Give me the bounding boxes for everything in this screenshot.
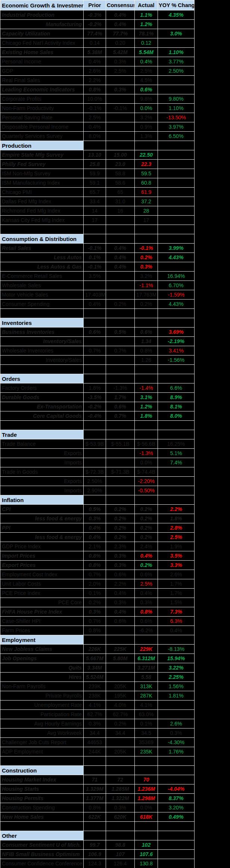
cell-consensus: 0.6%	[106, 570, 135, 579]
indicator-label: FHFA House Price Index	[0, 607, 84, 617]
indicator-label: PCE Price Index	[0, 589, 84, 598]
cell-prior: 124.3	[84, 859, 106, 868]
cell-yoy: 6.50%	[158, 132, 195, 141]
blank-cell	[135, 309, 158, 318]
indicator-row: Participation Rate62.7%62.7%63.0%	[0, 710, 195, 719]
indicator-row: Construction Spending0.8%0.3%0.0%3.20%	[0, 803, 195, 812]
cell-prior: 0.8%	[84, 85, 106, 94]
cell-yoy: 4.43%	[158, 253, 195, 262]
empty-row	[0, 365, 195, 374]
indicator-label: NFIB Small Business Optimism	[0, 850, 84, 859]
indicator-row: PPI0.4%0.2%0.2%2.8%	[0, 523, 195, 533]
section-row: Orders	[0, 374, 195, 383]
indicator-row: Exports2.50%-2.20%	[0, 477, 195, 486]
cell-yoy: 3.69%	[158, 328, 195, 337]
indicator-row: Avg Workweek34.434.434.50.3%	[0, 728, 195, 738]
cell-actual: 17	[135, 216, 158, 225]
indicator-label: Exports	[0, 477, 84, 486]
cell-prior: 2.5%	[84, 113, 106, 122]
cell-consensus: 195K	[106, 691, 135, 701]
indicator-label: Avg Workweek	[0, 728, 84, 738]
cell-actual: 60.8	[135, 178, 158, 188]
section-title: Trade	[0, 430, 84, 439]
indicator-row: ISM Non-Mfg Survey59.958.859.5	[0, 169, 195, 178]
cell-consensus: 0.6%	[106, 402, 135, 411]
cell-yoy: 8.9%	[158, 393, 195, 402]
indicator-row: New Home Sales622K620K618K0.49%	[0, 812, 195, 822]
section-title: Employment	[0, 635, 84, 645]
cell-prior: 0.7%	[84, 617, 106, 626]
cell-actual: 313K	[135, 682, 158, 691]
indicator-row: Richmond Fed Mfg Index141628	[0, 206, 195, 216]
indicator-label: Participation Rate	[0, 710, 84, 719]
cell-yoy	[158, 150, 195, 160]
indicator-row: Wholesale Sales-1.1%6.70%	[0, 281, 195, 290]
cell-consensus	[106, 132, 135, 141]
indicator-label: Non-Farm Productivity	[0, 104, 84, 113]
cell-prior: 2.2%	[84, 76, 106, 85]
cell-consensus	[106, 281, 135, 290]
cell-actual: 1.3%	[135, 132, 158, 141]
indicator-label: Kansas City Fed Mfg Index	[0, 216, 84, 225]
cell-actual: 70	[135, 775, 158, 784]
blank-cell	[135, 822, 158, 831]
cell-yoy: -13.50%	[158, 113, 195, 122]
cell-actual: 0.4%	[135, 57, 158, 66]
cell-consensus	[106, 486, 135, 495]
cell-yoy: 1.8%	[158, 514, 195, 523]
cell-yoy: 1.10%	[158, 104, 195, 113]
cell-consensus: 1.322M	[106, 794, 135, 803]
cell-consensus: 0.6%	[106, 617, 135, 626]
cell-yoy: 3.3%	[158, 561, 195, 570]
cell-consensus	[106, 738, 135, 747]
cell-prior: 34.4	[84, 728, 106, 738]
indicator-row: New Jobless Claims226K225K229K-8.13%	[0, 645, 195, 654]
indicator-label: Housing Permits	[0, 794, 84, 803]
cell-prior: $-72.3B	[84, 467, 106, 477]
cell-prior: 0.4%	[84, 122, 106, 132]
indicator-row: Motor Vehicle Sales17.403M17.763M-1.59%	[0, 290, 195, 300]
indicator-row: Avg Hourly Earnings0.3%0.2%0.1%2.6%	[0, 719, 195, 728]
cell-prior: 25.8	[84, 160, 106, 169]
cell-actual: 0.1%	[135, 719, 158, 728]
cell-prior: 5.667M	[84, 654, 106, 663]
indicator-row: Trade in Goods$-72.3B$-71.3B$-74.4B	[0, 467, 195, 477]
cell-prior: 106.9	[84, 850, 106, 859]
cell-actual: 0.0%	[135, 803, 158, 812]
cell-yoy: 7.3%	[158, 607, 195, 617]
indicator-row: CPI0.5%0.2%0.2%2.2%	[0, 505, 195, 514]
blank-cell	[106, 430, 135, 439]
cell-actual: $-56.6B	[135, 439, 158, 449]
indicator-label: Inventory/Sales	[0, 355, 84, 365]
empty-row	[0, 421, 195, 430]
cell-actual: 0.2%	[135, 533, 158, 542]
indicator-row: Housing Market Index717270	[0, 775, 195, 784]
cell-yoy: 2.50%	[158, 66, 195, 76]
indicator-row: Wholesale Inventories0.7%0.7%0.8%3.41%	[0, 346, 195, 355]
column-header-yoy: YOY % Change	[158, 0, 195, 10]
cell-yoy: 3.97%	[158, 122, 195, 132]
indicator-row: PCE Core0.2%0.3%0.3%1.5%	[0, 598, 195, 607]
cell-prior: 0.6%	[84, 328, 106, 337]
indicator-label: Manufacturing	[0, 20, 84, 29]
cell-consensus	[106, 337, 135, 346]
indicator-row: less food & energy0.4%0.2%0.2%2.5%	[0, 533, 195, 542]
cell-consensus: 62.7%	[106, 710, 135, 719]
cell-consensus: 0.2%	[106, 300, 135, 309]
indicator-label: Core Capital Goods	[0, 411, 84, 421]
cell-actual: 0.3%	[135, 598, 158, 607]
cell-actual: 130.8	[135, 859, 158, 868]
blank-cell	[158, 365, 195, 374]
indicator-label: Avg Hourly Earnings	[0, 719, 84, 728]
indicator-row: ADP Employment244K205K235K1.76%	[0, 747, 195, 756]
cell-actual: 0.6%	[135, 617, 158, 626]
cell-actual: 0.4%	[135, 551, 158, 561]
indicator-label: Ex-Transportation	[0, 402, 84, 411]
blank-cell	[135, 374, 158, 383]
empty-row	[0, 309, 195, 318]
blank-cell	[158, 421, 195, 430]
column-header-row: Economic Growth & Investment Prior Conse…	[0, 0, 195, 10]
indicator-row: Corporate Profits10.0%9.8%9.80%	[0, 94, 195, 104]
cell-yoy: -8.13%	[158, 645, 195, 654]
indicator-row: Core Capital Goods-0.4%0.7%1.8%8.0%	[0, 411, 195, 421]
